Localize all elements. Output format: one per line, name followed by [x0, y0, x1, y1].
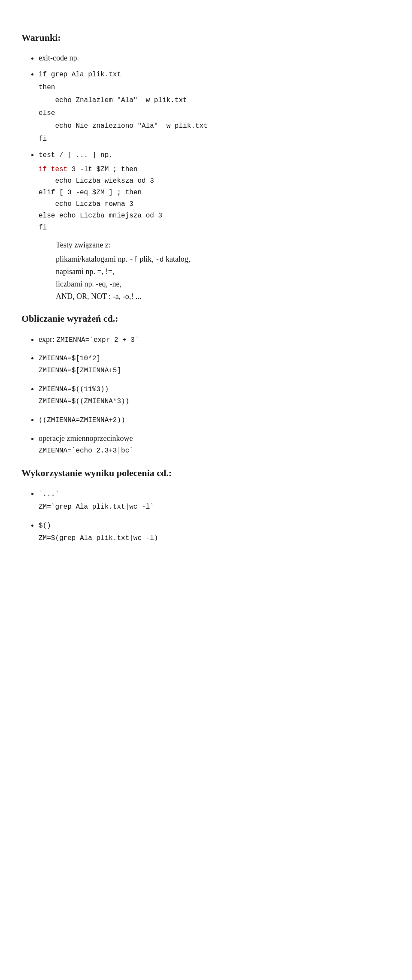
test-code-block: if test 3 -lt $ZM ; then echo Liczba wie…	[39, 164, 391, 234]
double-paren2-code: ((ZMIENNA=ZMIENNA+2))	[39, 414, 391, 426]
testy-item-2: napisami np. =, !=,	[56, 265, 391, 278]
list-item-exit-code: exit-code np.	[39, 52, 391, 64]
obliczanie-header: Obliczanie wyrażeń cd.:	[21, 311, 391, 326]
backtick-label: `...`	[39, 490, 59, 498]
testy-item-4: AND, OR, NOT : -a, -o,! ...	[56, 290, 391, 303]
testy-text: Testy związane z:	[56, 239, 391, 251]
list-item-dollar-paren: $() ZM=$(grep Ala plik.txt|wc -l)	[39, 519, 391, 545]
dollar-bracket-code: ZMIENNA=$[10*2] ZMIENNA=$[ZMIENNA+5]	[39, 353, 391, 377]
if-grep-code: if grep Ala plik.txt then echo Znalazlem…	[39, 71, 208, 143]
list-item-double-paren: ZMIENNA=$((11%3)) ZMIENNA=$((ZMIENNA*3))	[39, 383, 391, 407]
warunki-header: Warunki:	[21, 30, 391, 45]
warunki-list: exit-code np. if grep Ala plik.txt then …	[39, 52, 391, 234]
wykorzystanie-header: Wykorzystanie wyniku polecenia cd.:	[21, 465, 391, 480]
list-item-operacje: operacje zmiennoprzecinkowe ZMIENNA=`ech…	[39, 432, 391, 457]
page-content: Warunki: exit-code np. if grep Ala plik.…	[21, 30, 391, 544]
testy-item-1: plikami/katalogami np. -f plik, -d katal…	[56, 253, 391, 266]
test-label: test / [ ... ] np.	[39, 151, 113, 159]
expr-label: expr:	[39, 335, 56, 344]
list-item-backtick: `...` ZM=`grep Ala plik.txt|wc -l`	[39, 487, 391, 513]
list-item-if-grep: if grep Ala plik.txt then echo Znalazlem…	[39, 68, 391, 145]
operacje-code: ZMIENNA=`echo 2.3+3|bc`	[39, 445, 391, 457]
test-code-line-1: if test 3 -lt $ZM ; then echo Liczba wie…	[39, 164, 391, 234]
obliczanie-list: expr: ZMIENNA=`expr 2 + 3` ZMIENNA=$[10*…	[39, 333, 391, 457]
if-grep-label: if grep Ala plik.txt then echo Znalazlem…	[39, 68, 391, 145]
dollar-paren-code: ZM=$(grep Ala plik.txt|wc -l)	[39, 532, 391, 544]
double-paren-code: ZMIENNA=$((11%3)) ZMIENNA=$((ZMIENNA*3))	[39, 383, 391, 407]
list-item-double-paren2: ((ZMIENNA=ZMIENNA+2))	[39, 413, 391, 426]
list-item-expr: expr: ZMIENNA=`expr 2 + 3`	[39, 333, 391, 346]
wykorzystanie-list: `...` ZM=`grep Ala plik.txt|wc -l` $() Z…	[39, 487, 391, 544]
testy-item-3: liczbami np. -eq, -ne,	[56, 278, 391, 290]
testy-block: Testy związane z: plikami/katalogami np.…	[56, 239, 391, 303]
dollar-paren-label: $()	[39, 522, 51, 530]
backtick-code: ZM=`grep Ala plik.txt|wc -l`	[39, 501, 391, 513]
list-item-test: test / [ ... ] np. if test 3 -lt $ZM ; t…	[39, 148, 391, 234]
list-item-dollar-bracket: ZMIENNA=$[10*2] ZMIENNA=$[ZMIENNA+5]	[39, 352, 391, 377]
expr-code: ZMIENNA=`expr 2 + 3`	[56, 336, 139, 344]
exit-code-label: exit-code np.	[39, 54, 79, 62]
operacje-label: operacje zmiennoprzecinkowe	[39, 434, 133, 443]
